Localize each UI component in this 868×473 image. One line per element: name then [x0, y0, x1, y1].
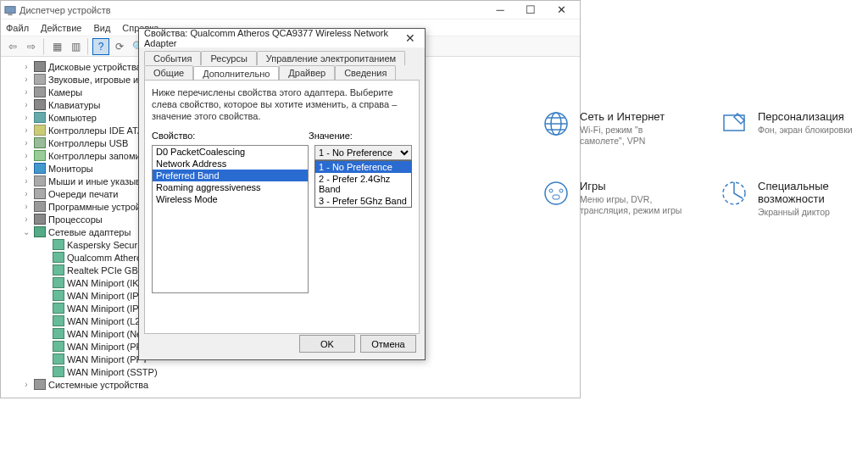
dropdown-option[interactable]: 2 - Prefer 2.4Ghz Band: [315, 173, 411, 195]
refresh-button[interactable]: ⟳: [111, 38, 128, 55]
device-icon: [53, 277, 64, 288]
expand-icon[interactable]: ›: [21, 151, 31, 160]
expand-icon[interactable]: ›: [21, 113, 31, 122]
property-listbox[interactable]: D0 PacketCoalescingNetwork AddressPrefer…: [152, 145, 309, 293]
separator: [87, 38, 89, 55]
svg-rect-11: [553, 195, 559, 199]
tile-desc: Экранный диктор: [758, 207, 865, 218]
property-item[interactable]: Roaming aggressiveness: [153, 181, 308, 193]
device-icon: [34, 226, 46, 237]
maximize-button[interactable]: ☐: [515, 2, 546, 19]
expand-icon[interactable]: ›: [21, 202, 31, 211]
tile-desc: Фон, экран блокировки: [758, 125, 853, 136]
device-label: Контроллеры запомин: [48, 151, 146, 161]
expand-icon[interactable]: ›: [21, 380, 31, 389]
tile-desc: Меню игры, DVR, трансляция, режим игры: [580, 194, 687, 215]
minimize-button[interactable]: ─: [485, 2, 515, 19]
tab-events[interactable]: События: [144, 51, 201, 65]
cancel-button[interactable]: Отмена: [360, 335, 416, 353]
tile-network[interactable]: Сеть и Интернет Wi-Fi, режим "в самолете…: [542, 110, 687, 146]
back-button[interactable]: ⇦: [4, 38, 21, 55]
expand-icon[interactable]: ›: [21, 164, 31, 173]
settings-panel: Сеть и Интернет Wi-Fi, режим "в самолете…: [542, 110, 868, 252]
ok-button[interactable]: OK: [299, 335, 355, 353]
expand-icon[interactable]: ›: [21, 100, 31, 109]
tile-title: Игры: [580, 180, 687, 192]
device-icon: [34, 175, 46, 186]
help-icon[interactable]: ?: [92, 38, 109, 55]
device-icon: [53, 252, 64, 263]
expand-icon[interactable]: ›: [21, 176, 31, 186]
device-label: Программные устройс: [48, 202, 145, 212]
tab-driver[interactable]: Драйвер: [279, 65, 335, 80]
tile-title: Специальные возможности: [758, 180, 865, 205]
device-label: Контроллеры IDE ATA/: [48, 125, 146, 136]
dropdown-option[interactable]: 3 - Prefer 5Ghz Band: [315, 195, 411, 207]
separator: [43, 38, 45, 55]
menu-file[interactable]: Файл: [6, 23, 29, 33]
device-icon: [53, 315, 64, 326]
value-select[interactable]: 1 - No Preference: [314, 145, 412, 160]
expand-icon[interactable]: ›: [21, 87, 31, 97]
property-item[interactable]: Network Address: [153, 158, 308, 170]
expand-icon[interactable]: ›: [21, 62, 31, 71]
device-icon: [34, 163, 46, 174]
device-icon: [34, 61, 46, 72]
tab-general[interactable]: Общие: [144, 65, 193, 80]
tab-power[interactable]: Управление электропитанием: [257, 51, 405, 65]
device-label: Дисковые устройства: [48, 62, 142, 72]
access-icon: [721, 180, 748, 207]
device-icon: [34, 86, 46, 97]
expand-icon[interactable]: ›: [21, 214, 31, 224]
expand-icon[interactable]: ›: [21, 138, 31, 147]
menu-action[interactable]: Действие: [41, 23, 81, 33]
svg-point-8: [545, 182, 567, 204]
tab-advanced[interactable]: Дополнительно: [193, 66, 279, 81]
device-label: Камеры: [48, 87, 82, 97]
expand-icon[interactable]: ⌄: [21, 227, 31, 236]
device-icon: [34, 125, 46, 136]
forward-button[interactable]: ⇨: [23, 38, 40, 55]
dialog-titlebar: Свойства: Qualcomm Atheros QCA9377 Wirel…: [139, 29, 425, 47]
property-label: Свойство:: [152, 131, 309, 141]
device-icon: [34, 214, 46, 225]
tile-personalization[interactable]: Персонализация Фон, экран блокировки: [721, 110, 865, 146]
titlebar: Диспетчер устройств ─ ☐ ✕: [1, 1, 580, 19]
svg-point-9: [549, 189, 553, 192]
tile-accessibility[interactable]: Специальные возможности Экранный диктор: [721, 180, 865, 218]
device-icon: [53, 353, 64, 364]
device-label: Звуковые, игровые и в: [48, 75, 146, 85]
view2-button[interactable]: ▥: [67, 38, 84, 55]
value-combobox[interactable]: 1 - No Preference: [314, 145, 412, 160]
property-item[interactable]: Preferred Band: [153, 170, 308, 181]
tab-body: Ниже перечислены свойства этого адаптера…: [144, 80, 420, 334]
dropdown-option[interactable]: 1 - No Preference: [315, 161, 411, 173]
properties-dialog: Свойства: Qualcomm Atheros QCA9377 Wirel…: [138, 28, 426, 360]
tab-resources[interactable]: Ресурсы: [201, 51, 256, 65]
tab-details[interactable]: Сведения: [335, 65, 396, 80]
menu-view[interactable]: Вид: [93, 23, 110, 33]
window-title: Диспетчер устройств: [19, 5, 485, 15]
property-item[interactable]: D0 PacketCoalescing: [153, 146, 308, 158]
device-label: Системные устройства: [48, 380, 148, 390]
globe-icon: [542, 110, 570, 137]
dialog-close-button[interactable]: ✕: [401, 31, 420, 45]
view-button[interactable]: ▦: [48, 38, 65, 55]
expand-icon[interactable]: ›: [21, 75, 31, 84]
device-label: Компьютер: [48, 113, 97, 123]
close-button[interactable]: ✕: [546, 2, 576, 19]
tree-node[interactable]: ›Системные устройства: [6, 378, 575, 391]
tree-node[interactable]: WAN Miniport (SSTP): [6, 365, 575, 378]
device-label: WAN Miniport (IP): [67, 291, 142, 301]
device-icon: [34, 188, 46, 199]
device-icon: [53, 239, 64, 250]
tile-gaming[interactable]: Игры Меню игры, DVR, трансляция, режим и…: [542, 180, 687, 218]
device-icon: [34, 201, 46, 212]
property-item[interactable]: Wireless Mode: [153, 193, 308, 205]
device-label: Мыши и иные указыва: [48, 176, 146, 186]
expand-icon[interactable]: ›: [21, 189, 31, 198]
value-dropdown-open[interactable]: 1 - No Preference2 - Prefer 2.4Ghz Band3…: [314, 160, 412, 208]
expand-icon[interactable]: ›: [21, 125, 31, 135]
device-label: Qualcomm Atheros: [67, 253, 147, 263]
app-icon: [4, 4, 16, 16]
